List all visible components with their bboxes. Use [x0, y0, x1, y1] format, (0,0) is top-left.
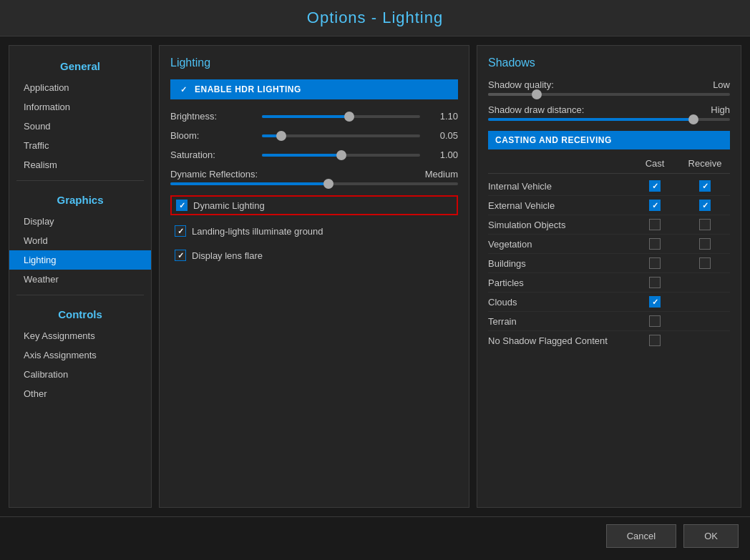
landing-lights-item[interactable]: Landing-lights illuminate ground [170, 222, 458, 240]
cast-receive-header: Cast Receive [488, 158, 730, 174]
controls-section-title: Controls [9, 301, 151, 326]
shadow-quality-thumb[interactable] [532, 89, 542, 99]
buildings-cast-checkbox[interactable] [649, 257, 661, 269]
lighting-panel-title: Lighting [170, 57, 458, 69]
shadow-quality-header: Shadow quality: Low [488, 79, 730, 90]
external-vehicle-receive-checkbox[interactable] [699, 200, 711, 211]
dynamic-reflections-value: Medium [425, 169, 458, 180]
shadow-quality-fill [488, 93, 537, 96]
external-vehicle-cast[interactable] [630, 200, 680, 211]
divider-1 [16, 180, 144, 181]
particles-cast[interactable] [630, 277, 680, 288]
landing-lights-label: Landing-lights illuminate ground [192, 226, 323, 237]
bloom-track[interactable] [262, 134, 420, 137]
brightness-track[interactable] [262, 115, 420, 118]
sidebar-item-lighting[interactable]: Lighting [9, 250, 151, 270]
terrain-label: Terrain [488, 316, 630, 327]
saturation-thumb[interactable] [336, 150, 346, 160]
brightness-thumb[interactable] [344, 112, 354, 122]
landing-lights-checkbox[interactable] [175, 225, 186, 237]
simulation-objects-cast-checkbox[interactable] [649, 219, 661, 230]
graphics-section-title: Graphics [9, 187, 151, 212]
sidebar-item-world[interactable]: World [9, 231, 151, 250]
simulation-objects-receive-checkbox[interactable] [699, 219, 711, 230]
sidebar-item-application[interactable]: Application [9, 78, 151, 97]
shadow-draw-distance-track[interactable] [488, 118, 730, 121]
shadow-draw-distance-row: Shadow draw distance: High [488, 104, 730, 121]
dynamic-lighting-item[interactable]: Dynamic Lighting [170, 195, 458, 215]
sidebar-item-axis-assignments[interactable]: Axis Assignments [9, 345, 151, 365]
buildings-receive-checkbox[interactable] [699, 257, 711, 269]
display-lens-flare-item[interactable]: Display lens flare [170, 247, 458, 264]
vegetation-label: Vegetation [488, 239, 630, 250]
lens-flare-label: Display lens flare [192, 250, 263, 261]
shadow-draw-distance-value: High [711, 104, 730, 115]
external-vehicle-cast-checkbox[interactable] [649, 200, 661, 211]
brightness-label: Brightness: [170, 111, 256, 122]
clouds-label: Clouds [488, 297, 630, 308]
external-vehicle-receive[interactable] [680, 200, 730, 211]
sidebar-item-information[interactable]: Information [9, 97, 151, 117]
brightness-value: 1.10 [426, 111, 458, 122]
shadow-row-no-shadow: No Shadow Flagged Content [488, 331, 730, 350]
clouds-cast-checkbox[interactable] [649, 296, 661, 308]
terrain-cast-checkbox[interactable] [649, 315, 661, 327]
no-shadow-cast[interactable] [630, 335, 680, 346]
receive-header: Receive [680, 158, 730, 169]
dynamic-reflections-track[interactable] [170, 182, 458, 185]
refl-thumb[interactable] [323, 179, 333, 189]
shadow-draw-distance-thumb[interactable] [688, 114, 698, 124]
hdr-checkbox-bar[interactable]: ENABLE HDR LIGHTING [170, 79, 458, 99]
lens-flare-checkbox[interactable] [175, 250, 186, 261]
bloom-thumb[interactable] [276, 131, 286, 141]
sidebar-item-calibration[interactable]: Calibration [9, 365, 151, 384]
sidebar-item-realism[interactable]: Realism [9, 155, 151, 175]
dynamic-lighting-checkbox[interactable] [176, 200, 188, 211]
vegetation-receive[interactable] [680, 238, 730, 250]
hdr-checkbox[interactable] [177, 84, 189, 95]
sidebar-item-key-assignments[interactable]: Key Assignments [9, 326, 151, 345]
clouds-cast[interactable] [630, 296, 680, 308]
sidebar-item-traffic[interactable]: Traffic [9, 136, 151, 155]
sidebar-item-weather[interactable]: Weather [9, 270, 151, 289]
refl-top: Dynamic Reflections: Medium [170, 169, 458, 180]
shadow-row-vegetation: Vegetation [488, 235, 730, 254]
shadow-draw-distance-header: Shadow draw distance: High [488, 104, 730, 115]
shadow-draw-distance-fill [488, 118, 693, 121]
shadow-row-external-vehicle: External Vehicle [488, 196, 730, 215]
simulation-objects-receive[interactable] [680, 219, 730, 230]
title-bar: Options - Lighting [0, 0, 750, 36]
bottom-bar: Cancel OK [0, 516, 750, 555]
external-vehicle-label: External Vehicle [488, 200, 630, 211]
hdr-label: ENABLE HDR LIGHTING [195, 84, 301, 94]
shadows-title: Shadows [488, 57, 730, 69]
general-section-title: General [9, 53, 151, 78]
internal-vehicle-cast[interactable] [630, 180, 680, 192]
ok-button[interactable]: OK [683, 524, 739, 548]
dynamic-reflections-row: Dynamic Reflections: Medium [170, 169, 458, 185]
no-shadow-cast-checkbox[interactable] [649, 335, 661, 346]
sidebar-item-other[interactable]: Other [9, 384, 151, 403]
dynamic-lighting-label: Dynamic Lighting [193, 200, 265, 211]
cancel-button[interactable]: Cancel [606, 524, 676, 548]
refl-fill [170, 182, 328, 185]
particles-cast-checkbox[interactable] [649, 277, 661, 288]
internal-vehicle-cast-checkbox[interactable] [649, 180, 661, 192]
internal-vehicle-receive-checkbox[interactable] [699, 180, 711, 192]
simulation-objects-cast[interactable] [630, 219, 680, 230]
terrain-cast[interactable] [630, 315, 680, 327]
vegetation-cast[interactable] [630, 238, 680, 250]
shadow-quality-label: Shadow quality: [488, 79, 554, 90]
buildings-receive[interactable] [680, 257, 730, 269]
saturation-track[interactable] [262, 154, 420, 157]
shadow-quality-track[interactable] [488, 93, 730, 96]
internal-vehicle-label: Internal Vehicle [488, 181, 630, 192]
sidebar-item-sound[interactable]: Sound [9, 117, 151, 136]
buildings-cast[interactable] [630, 257, 680, 269]
saturation-row: Saturation: 1.00 [170, 149, 458, 160]
shadow-row-terrain: Terrain [488, 312, 730, 331]
internal-vehicle-receive[interactable] [680, 180, 730, 192]
vegetation-cast-checkbox[interactable] [649, 238, 661, 250]
vegetation-receive-checkbox[interactable] [699, 238, 711, 250]
sidebar-item-display[interactable]: Display [9, 212, 151, 231]
